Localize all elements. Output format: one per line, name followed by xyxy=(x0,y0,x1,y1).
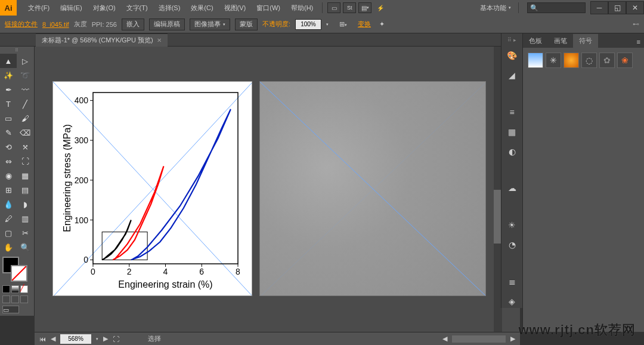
panel-menu-icon[interactable]: ≡ xyxy=(633,36,644,48)
rectangle-tool[interactable]: ▭ xyxy=(0,111,17,125)
maximize-button[interactable]: ◱ xyxy=(608,1,626,14)
edit-original-button[interactable]: 编辑原稿 xyxy=(149,19,185,30)
zoom-tool[interactable]: 🔍 xyxy=(17,240,33,254)
type-tool[interactable]: T xyxy=(0,97,17,111)
direct-selection-tool[interactable]: ▷ xyxy=(17,54,33,68)
menu-edit[interactable]: 编辑(E) xyxy=(55,1,88,15)
transform-icon[interactable]: ✦ xyxy=(379,20,385,28)
stroke-swatch[interactable] xyxy=(11,265,27,282)
paintbrush-tool[interactable]: 🖌 xyxy=(17,111,33,125)
symbol-sprayer-tool[interactable]: 🖊 xyxy=(0,211,17,226)
blend-tool[interactable]: ◗ xyxy=(17,197,33,211)
libraries-panel-icon[interactable]: ☁ xyxy=(505,181,519,195)
graphic-styles-panel-icon[interactable]: ◔ xyxy=(505,238,519,252)
artboard-chart[interactable]: 024680100200300400Engineering strain (%)… xyxy=(52,81,252,296)
zoom-input[interactable]: 568% xyxy=(60,334,91,344)
symbol-6[interactable]: ❀ xyxy=(617,53,633,68)
hscroll-right-icon[interactable]: ▶ xyxy=(510,335,515,343)
symbol-1[interactable] xyxy=(528,53,543,68)
perspective-tool[interactable]: ▦ xyxy=(17,168,33,183)
width-tool[interactable]: ⇔ xyxy=(0,154,17,168)
slice-tool[interactable]: ✂ xyxy=(17,226,33,240)
workspace-switcher[interactable]: 基本功能▾ xyxy=(476,4,515,13)
menu-select[interactable]: 选择(S) xyxy=(153,1,186,15)
draw-inside-icon[interactable] xyxy=(20,295,28,303)
scale-tool[interactable]: ⤧ xyxy=(17,140,33,154)
hscroll-thumb[interactable] xyxy=(452,335,506,343)
curvature-tool[interactable]: 〰 xyxy=(17,82,33,97)
linked-file-label[interactable]: 链接的文件 xyxy=(5,20,38,29)
draw-behind-icon[interactable] xyxy=(11,295,19,303)
opacity-input[interactable]: 100% xyxy=(295,19,321,30)
symbol-5[interactable]: ✿ xyxy=(599,53,615,68)
menu-object[interactable]: 对象(O) xyxy=(88,1,121,15)
artboard-image[interactable] xyxy=(259,81,486,296)
close-button[interactable]: ✕ xyxy=(626,1,644,14)
gradient-panel-icon[interactable]: ▦ xyxy=(505,125,519,138)
layers-panel-icon[interactable]: ≣ xyxy=(505,275,519,288)
stroke-panel-icon[interactable]: ≡ xyxy=(505,106,519,119)
align-icon[interactable]: ⊞▾ xyxy=(339,20,347,28)
transparency-panel-icon[interactable]: ◐ xyxy=(505,144,519,158)
artboard-nav-icon[interactable]: ⛶ xyxy=(113,335,119,343)
panel-collapse-icon[interactable]: ⊷ xyxy=(633,20,639,28)
gradient-mode-icon[interactable] xyxy=(11,285,19,293)
image-trace-button[interactable]: 图像描摹▾ xyxy=(190,19,230,30)
draw-normal-icon[interactable] xyxy=(2,295,10,303)
selection-tool[interactable]: ▲ xyxy=(0,54,17,68)
line-tool[interactable]: ╱ xyxy=(17,97,33,111)
screen-mode-icon[interactable]: ▭ xyxy=(2,306,19,313)
pencil-tool[interactable]: ✎ xyxy=(0,125,17,140)
arrange-icon[interactable]: ▤▾ xyxy=(358,2,371,13)
sidebar-grip-icon[interactable]: ⠿ ▸ xyxy=(507,37,516,43)
tab-swatches[interactable]: 色板 xyxy=(523,34,548,48)
symbol-4[interactable]: ◌ xyxy=(581,53,597,68)
menu-window[interactable]: 窗口(W) xyxy=(251,1,286,15)
color-mode-icon[interactable] xyxy=(2,285,10,293)
pen-tool[interactable]: ✒ xyxy=(0,82,17,97)
toolbox-grip[interactable]: ⠿ xyxy=(0,47,33,54)
artboard-tool[interactable]: ▢ xyxy=(0,226,17,240)
zoom-dropdown-icon[interactable]: ▾ xyxy=(96,337,98,341)
appearance-panel-icon[interactable]: ☀ xyxy=(505,218,519,232)
magic-wand-tool[interactable]: ✨ xyxy=(0,68,17,82)
symbol-3[interactable] xyxy=(564,53,579,68)
column-graph-tool[interactable]: ▥ xyxy=(17,211,33,226)
menu-type[interactable]: 文字(T) xyxy=(121,1,153,15)
minimize-button[interactable]: ─ xyxy=(590,1,608,14)
hand-tool[interactable]: ✋ xyxy=(0,240,17,254)
st-icon[interactable]: St xyxy=(343,2,356,13)
lasso-tool[interactable]: ➰ xyxy=(17,68,33,82)
free-transform-tool[interactable]: ⛶ xyxy=(17,154,33,168)
rotate-tool[interactable]: ⟲ xyxy=(0,140,17,154)
search-input[interactable]: 🔍 xyxy=(527,2,586,13)
tab-brushes[interactable]: 画笔 xyxy=(548,34,573,48)
menu-help[interactable]: 帮助(H) xyxy=(286,1,318,15)
opacity-dropdown-icon[interactable]: ▾ xyxy=(326,22,329,27)
symbol-2[interactable]: ✳ xyxy=(546,53,561,68)
menu-file[interactable]: 文件(F) xyxy=(23,1,55,15)
gradient-tool[interactable]: ▤ xyxy=(17,183,33,197)
canvas-area[interactable]: 024680100200300400Engineering strain (%)… xyxy=(35,47,520,332)
hscroll-left-icon[interactable]: ◀ xyxy=(442,335,447,343)
color-panel-icon[interactable]: 🎨 xyxy=(505,49,519,63)
first-artboard-icon[interactable]: ⏮ xyxy=(39,335,46,343)
prev-artboard-icon[interactable]: ◀ xyxy=(51,335,55,343)
menu-view[interactable]: 视图(V) xyxy=(219,1,252,15)
close-tab-icon[interactable]: ✕ xyxy=(157,37,162,44)
menu-effect[interactable]: 效果(C) xyxy=(185,1,218,15)
embed-button[interactable]: 嵌入 xyxy=(122,19,144,30)
eyedropper-tool[interactable]: 💧 xyxy=(0,197,17,211)
filename-link[interactable]: 8_i045.tif xyxy=(42,21,69,28)
mask-button[interactable]: 蒙版 xyxy=(235,19,258,30)
gpu-icon[interactable]: ⚡ xyxy=(374,2,387,13)
shape-builder-tool[interactable]: ◉ xyxy=(0,168,17,183)
color-guide-panel-icon[interactable]: ◢ xyxy=(505,69,519,82)
tab-symbols[interactable]: 符号 xyxy=(573,34,598,48)
none-mode-icon[interactable]: ╱ xyxy=(20,285,28,293)
fill-stroke-swatch[interactable]: ╱ ▭ xyxy=(0,254,33,316)
document-tab[interactable]: 未标题-1* @ 568% (CMYK/GPU 预览) ✕ xyxy=(36,33,168,47)
doc-layout-icon[interactable]: ▭ xyxy=(327,2,340,13)
transform-link[interactable]: 变换 xyxy=(358,20,371,29)
eraser-tool[interactable]: ⌫ xyxy=(17,125,33,140)
